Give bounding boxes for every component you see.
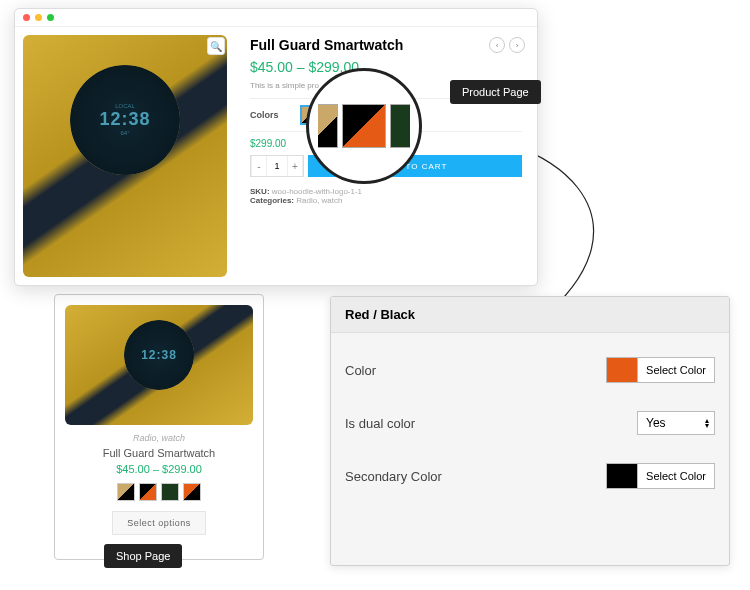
shop-categories: Radio, watch (65, 433, 253, 443)
shop-product-image[interactable]: 12:38 (65, 305, 253, 425)
color-label: Color (345, 363, 376, 378)
qty-decrease-button[interactable]: - (251, 156, 267, 176)
color-row: Color Select Color (345, 343, 715, 397)
close-icon[interactable] (23, 14, 30, 21)
secondary-color-picker: Select Color (606, 463, 715, 489)
price-sep: – (293, 59, 309, 75)
select-options-button[interactable]: Select options (112, 511, 206, 535)
product-body: LOCAL 12:38 64° 🔍 ‹ › Full Guard Smartwa… (15, 27, 537, 285)
price-min: $45.00 (250, 59, 293, 75)
settings-body: Color Select Color Is dual color Yes ▴▾ … (331, 333, 729, 513)
categories-label: Categories: (250, 196, 294, 205)
primary-color-picker: Select Color (606, 357, 715, 383)
product-page-window: LOCAL 12:38 64° 🔍 ‹ › Full Guard Smartwa… (14, 8, 538, 286)
shop-swatches (65, 483, 253, 501)
qty-increase-button[interactable]: + (287, 156, 303, 176)
window-titlebar (15, 9, 537, 27)
quantity-stepper: - + (250, 155, 304, 177)
shop-swatch-tan-black[interactable] (117, 483, 135, 501)
product-page-label: Product Page (450, 80, 541, 104)
watch-time-small: 12:38 (141, 348, 177, 362)
dual-color-select[interactable]: Yes ▴▾ (637, 411, 715, 435)
select-secondary-color-button[interactable]: Select Color (638, 463, 715, 489)
zoom-button[interactable]: 🔍 (207, 37, 225, 55)
categories-value: Radio, watch (294, 196, 342, 205)
next-product-button[interactable]: › (509, 37, 525, 53)
magnified-swatch-partial-right (390, 104, 410, 148)
secondary-color-row: Secondary Color Select Color (345, 449, 715, 503)
shop-page-card: 12:38 Radio, watch Full Guard Smartwatch… (54, 294, 264, 560)
dual-color-row: Is dual color Yes ▴▾ (345, 397, 715, 449)
settings-title: Red / Black (331, 297, 729, 333)
shop-price-max: $299.00 (162, 463, 202, 475)
shop-price-sep: – (150, 463, 162, 475)
shop-price-min: $45.00 (116, 463, 150, 475)
shop-product-title[interactable]: Full Guard Smartwatch (65, 447, 253, 459)
product-meta: SKU: woo-hoodie-with-logo-1-1 Categories… (250, 187, 522, 205)
minimize-icon[interactable] (35, 14, 42, 21)
nav-arrows: ‹ › (489, 37, 525, 53)
watch-temp: 64° (120, 130, 129, 136)
dual-color-value: Yes (646, 416, 666, 430)
product-image: LOCAL 12:38 64° (23, 35, 227, 277)
dual-color-label: Is dual color (345, 416, 415, 431)
secondary-color-chip[interactable] (606, 463, 638, 489)
shop-page-label: Shop Page (104, 544, 182, 568)
qty-input[interactable] (267, 156, 287, 176)
secondary-color-label: Secondary Color (345, 469, 442, 484)
maximize-icon[interactable] (47, 14, 54, 21)
watch-time: 12:38 (99, 109, 150, 130)
watch-face: LOCAL 12:38 64° (70, 65, 180, 175)
colors-label: Colors (250, 110, 300, 120)
shop-swatch-green[interactable] (161, 483, 179, 501)
shop-swatch-orange-black[interactable] (183, 483, 201, 501)
sku-value: woo-hoodie-with-logo-1-1 (270, 187, 363, 196)
color-settings-panel: Red / Black Color Select Color Is dual c… (330, 296, 730, 566)
magnified-swatch-center (342, 104, 386, 148)
magnifier-circle (306, 68, 422, 184)
select-primary-color-button[interactable]: Select Color (638, 357, 715, 383)
primary-color-chip[interactable] (606, 357, 638, 383)
shop-price: $45.00 – $299.00 (65, 463, 253, 475)
product-image-area: LOCAL 12:38 64° 🔍 (15, 27, 235, 285)
prev-product-button[interactable]: ‹ (489, 37, 505, 53)
chevron-updown-icon: ▴▾ (705, 418, 709, 428)
product-title: Full Guard Smartwatch (250, 37, 522, 53)
sku-label: SKU: (250, 187, 270, 196)
watch-local: LOCAL (115, 103, 135, 109)
shop-swatch-black-orange[interactable] (139, 483, 157, 501)
magnified-swatch-partial-left (318, 104, 338, 148)
